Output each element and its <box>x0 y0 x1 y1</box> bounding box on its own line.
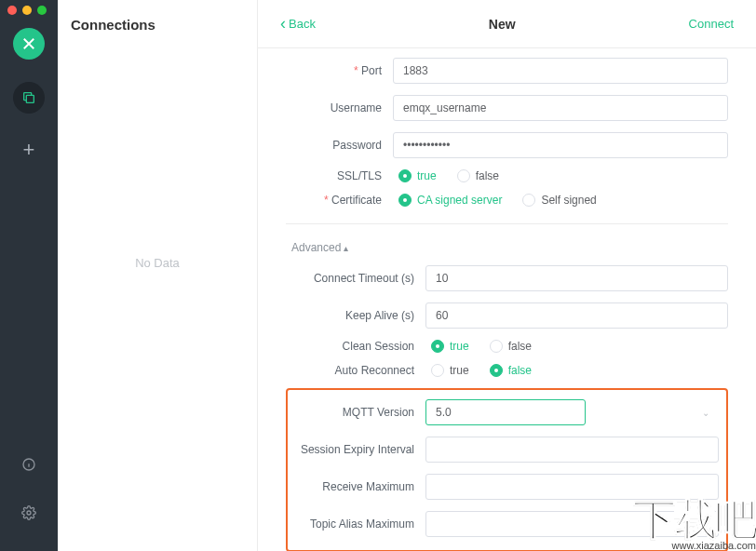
main-content: Back New Connect Port Username Password … <box>258 0 756 551</box>
clean-false-radio[interactable]: false <box>490 340 532 353</box>
back-button[interactable]: Back <box>280 14 316 34</box>
timeout-label: Connect Timeout (s) <box>286 272 425 285</box>
copy-icon <box>21 90 36 105</box>
ssl-true-radio[interactable]: true <box>398 169 437 182</box>
info-icon <box>21 457 36 472</box>
app-sidebar: + <box>0 0 58 551</box>
cert-ca-radio[interactable]: CA signed server <box>398 194 502 207</box>
gear-icon <box>21 505 36 520</box>
mqtt5-highlight: MQTT Version ⌄ Session Expiry Interval R… <box>286 388 728 551</box>
advanced-toggle[interactable]: Advanced <box>291 241 728 254</box>
username-label: Username <box>286 101 393 114</box>
connection-form: Port Username Password SSL/TLS true fals… <box>258 48 756 551</box>
password-input[interactable] <box>393 132 728 158</box>
connections-panel: Connections No Data <box>58 0 258 551</box>
page-title: New <box>489 17 516 32</box>
session-expiry-input[interactable] <box>425 437 719 463</box>
clean-true-radio[interactable]: true <box>431 340 469 353</box>
version-label: MQTT Version <box>295 406 425 419</box>
timeout-input[interactable] <box>425 265 728 291</box>
chevron-down-icon: ⌄ <box>702 408 709 418</box>
connect-button[interactable]: Connect <box>689 17 734 31</box>
close-dot[interactable] <box>7 6 17 15</box>
receive-max-input[interactable] <box>425 474 719 500</box>
nav-info[interactable] <box>13 449 45 480</box>
min-dot[interactable] <box>22 6 32 15</box>
nav-add[interactable]: + <box>13 134 45 166</box>
panel-title: Connections <box>58 0 257 33</box>
keepalive-input[interactable] <box>425 302 728 329</box>
session-expiry-label: Session Expiry Interval <box>295 443 425 456</box>
topic-alias-label: Topic Alias Maximum <box>295 517 425 531</box>
nav-settings[interactable] <box>13 497 45 529</box>
reconnect-false-radio[interactable]: false <box>490 364 532 377</box>
receive-max-label: Receive Maximum <box>295 480 425 493</box>
topic-alias-input[interactable] <box>425 511 719 537</box>
password-label: Password <box>286 139 393 152</box>
logo-icon <box>20 35 37 52</box>
nav-connections[interactable] <box>13 82 45 114</box>
svg-rect-0 <box>26 95 34 102</box>
cert-label: Certificate <box>286 194 393 207</box>
port-label: Port <box>286 64 393 77</box>
ssl-false-radio[interactable]: false <box>457 169 499 182</box>
reconnect-label: Auto Reconnect <box>286 364 425 377</box>
svg-point-2 <box>27 511 31 515</box>
clean-label: Clean Session <box>286 340 425 353</box>
port-input[interactable] <box>393 58 728 84</box>
reconnect-true-radio[interactable]: true <box>431 364 469 377</box>
ssl-label: SSL/TLS <box>286 169 393 182</box>
username-input[interactable] <box>393 95 728 121</box>
app-logo <box>13 28 45 60</box>
keepalive-label: Keep Alive (s) <box>286 309 425 322</box>
empty-state: No Data <box>58 256 257 270</box>
version-select[interactable] <box>425 399 586 425</box>
cert-self-radio[interactable]: Self signed <box>522 194 596 207</box>
topbar: Back New Connect <box>258 0 756 48</box>
window-controls[interactable] <box>7 6 47 15</box>
max-dot[interactable] <box>37 6 47 15</box>
